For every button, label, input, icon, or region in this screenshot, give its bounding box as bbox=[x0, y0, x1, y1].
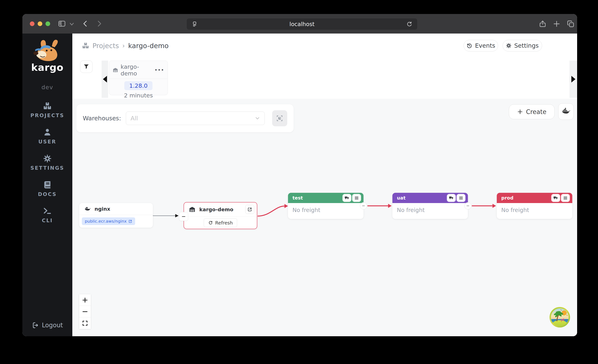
create-button[interactable]: Create bbox=[509, 104, 555, 119]
freight-card-menu[interactable]: ••• bbox=[155, 67, 164, 73]
truck-icon bbox=[553, 196, 558, 201]
zoom-in-button[interactable] bbox=[79, 294, 91, 306]
breadcrumb-separator: › bbox=[122, 42, 125, 49]
warehouse-icon bbox=[189, 206, 196, 213]
boxes-icon bbox=[43, 102, 52, 110]
stage-menu-button[interactable] bbox=[352, 194, 361, 202]
warehouses-panel: Warehouses: All bbox=[76, 104, 294, 132]
promote-button[interactable] bbox=[343, 194, 351, 202]
stage-freight-status: No freight bbox=[392, 203, 468, 217]
minus-icon bbox=[362, 206, 365, 206]
events-label: Events bbox=[475, 42, 495, 49]
refresh-warehouse-button[interactable]: Refresh bbox=[204, 218, 237, 227]
hamburger-icon bbox=[563, 196, 568, 201]
collapse-warehouse-button[interactable] bbox=[179, 212, 188, 221]
stage-menu-button[interactable] bbox=[561, 194, 570, 202]
sidebar-item-projects[interactable]: PROJECTS bbox=[30, 102, 64, 118]
canvas-zoom-controls bbox=[79, 294, 91, 329]
minus-icon bbox=[467, 206, 469, 206]
logout-label: Logout bbox=[42, 322, 63, 329]
stage-node-test[interactable]: test No freight bbox=[288, 193, 364, 219]
repo-node-nginx[interactable]: nginx public.ecr.aws/nginx bbox=[79, 203, 153, 228]
minimize-window-button[interactable] bbox=[38, 21, 42, 26]
fit-view-button[interactable] bbox=[79, 317, 91, 329]
forward-icon[interactable] bbox=[95, 20, 103, 27]
traffic-lights bbox=[30, 21, 50, 26]
freight-timeline-bar: kargo-demo ••• 1.28.0 2 minutes bbox=[72, 58, 577, 99]
warehouse-icon bbox=[113, 67, 118, 73]
warehouses-select[interactable]: All bbox=[126, 112, 265, 125]
address-bar[interactable]: localhost bbox=[186, 18, 417, 30]
sidebar-item-docs[interactable]: DOCS bbox=[38, 180, 57, 197]
stage-node-prod[interactable]: prod No freight bbox=[497, 193, 572, 219]
share-icon[interactable] bbox=[539, 20, 547, 28]
breadcrumb: Projects › kargo-demo bbox=[82, 33, 169, 58]
warehouse-node-title: kargo-demo bbox=[199, 207, 233, 212]
island-badge[interactable] bbox=[549, 307, 571, 328]
minus-icon bbox=[182, 216, 185, 217]
stage-header: prod bbox=[497, 193, 572, 203]
repo-node-title: nginx bbox=[94, 206, 110, 212]
terminal-icon bbox=[43, 207, 52, 215]
history-icon bbox=[466, 43, 472, 49]
collapse-stage-button[interactable] bbox=[360, 202, 367, 209]
reader-icon[interactable] bbox=[191, 21, 198, 27]
stage-image-button[interactable] bbox=[272, 110, 287, 126]
kargo-logo[interactable]: kargo bbox=[31, 39, 64, 73]
chevron-down-icon[interactable] bbox=[69, 23, 74, 26]
repo-url-link[interactable]: public.ecr.aws/nginx bbox=[82, 217, 135, 225]
person-icon bbox=[43, 128, 52, 137]
settings-button[interactable]: Settings bbox=[503, 40, 542, 51]
repo-url-text: public.ecr.aws/nginx bbox=[85, 219, 127, 224]
open-warehouse-button[interactable] bbox=[245, 205, 254, 214]
gear-icon bbox=[506, 43, 512, 49]
timeline-scroll-left[interactable] bbox=[102, 61, 108, 98]
external-link-icon bbox=[128, 219, 132, 223]
kargo-wordmark: kargo bbox=[31, 62, 64, 73]
timeline-scroll-right[interactable] bbox=[569, 61, 577, 98]
stage-node-uat[interactable]: uat No freight bbox=[392, 193, 468, 219]
sidebar-item-label: PROJECTS bbox=[30, 113, 64, 118]
book-icon bbox=[43, 180, 52, 189]
hamburger-icon bbox=[354, 196, 359, 201]
breadcrumb-projects-link[interactable]: Projects bbox=[92, 42, 119, 49]
browser-titlebar: localhost bbox=[22, 14, 577, 33]
stage-header: uat bbox=[392, 193, 468, 203]
sidebar-item-label: DOCS bbox=[38, 191, 57, 197]
page-header: Projects › kargo-demo Events Settings bbox=[72, 33, 577, 58]
stage-menu-button[interactable] bbox=[457, 194, 465, 202]
warehouse-node-kargo-demo[interactable]: kargo-demo Refresh bbox=[184, 202, 257, 229]
sidebar-toggle-icon[interactable] bbox=[58, 20, 66, 28]
close-window-button[interactable] bbox=[30, 21, 34, 26]
sidebar-item-label: CLI bbox=[42, 218, 53, 223]
promote-button[interactable] bbox=[551, 194, 560, 202]
back-icon[interactable] bbox=[82, 20, 89, 27]
sidebar-item-user[interactable]: USER bbox=[38, 128, 57, 145]
logout-button[interactable]: Logout bbox=[22, 322, 72, 329]
filter-button[interactable] bbox=[80, 61, 92, 73]
warehouses-select-value: All bbox=[131, 115, 255, 122]
refresh-icon bbox=[208, 220, 213, 225]
new-tab-icon[interactable] bbox=[553, 20, 561, 28]
freight-version-pill[interactable]: 1.28.0 bbox=[124, 81, 152, 90]
docker-images-button[interactable] bbox=[558, 103, 573, 120]
pipeline-canvas[interactable]: Warehouses: All C bbox=[72, 99, 577, 336]
promote-button[interactable] bbox=[447, 194, 456, 202]
tab-overview-icon[interactable] bbox=[567, 20, 574, 28]
collapse-stage-button[interactable] bbox=[464, 202, 471, 209]
url-text[interactable]: localhost bbox=[198, 21, 406, 27]
divider bbox=[109, 79, 168, 79]
stage-freight-status: No freight bbox=[497, 203, 572, 217]
warehouse-freight-card[interactable]: kargo-demo ••• 1.28.0 2 minutes bbox=[109, 61, 168, 95]
reload-icon[interactable] bbox=[406, 21, 413, 27]
funnel-icon bbox=[83, 64, 90, 70]
sidebar-item-cli[interactable]: CLI bbox=[42, 207, 53, 223]
events-button[interactable]: Events bbox=[464, 40, 498, 51]
gear-icon bbox=[43, 154, 52, 163]
sidebar-item-settings[interactable]: SETTINGS bbox=[30, 154, 64, 171]
sidebar-item-label: USER bbox=[38, 139, 57, 145]
zoom-window-button[interactable] bbox=[45, 21, 50, 26]
zoom-out-button[interactable] bbox=[79, 306, 91, 317]
fullscreen-icon bbox=[82, 320, 88, 326]
stage-name: uat bbox=[397, 195, 406, 201]
